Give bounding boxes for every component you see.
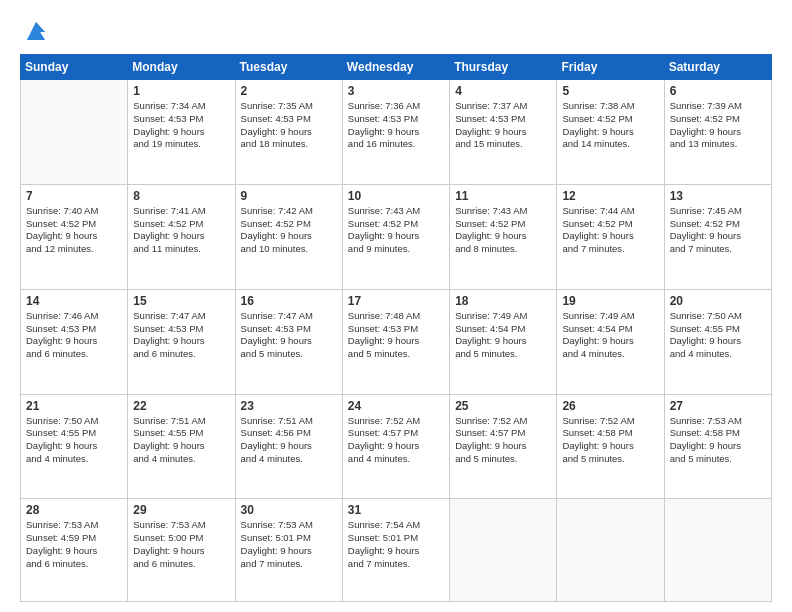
day-number: 6: [670, 84, 766, 98]
day-number: 18: [455, 294, 551, 308]
day-info: Sunrise: 7:51 AMSunset: 4:56 PMDaylight:…: [241, 415, 337, 466]
calendar-cell: 16Sunrise: 7:47 AMSunset: 4:53 PMDayligh…: [235, 289, 342, 394]
day-number: 11: [455, 189, 551, 203]
day-info: Sunrise: 7:36 AMSunset: 4:53 PMDaylight:…: [348, 100, 444, 151]
calendar-cell: 12Sunrise: 7:44 AMSunset: 4:52 PMDayligh…: [557, 184, 664, 289]
weekday-header-thursday: Thursday: [450, 55, 557, 80]
calendar-cell: 17Sunrise: 7:48 AMSunset: 4:53 PMDayligh…: [342, 289, 449, 394]
weekday-header-row: SundayMondayTuesdayWednesdayThursdayFrid…: [21, 55, 772, 80]
day-info: Sunrise: 7:39 AMSunset: 4:52 PMDaylight:…: [670, 100, 766, 151]
calendar-week-row: 7Sunrise: 7:40 AMSunset: 4:52 PMDaylight…: [21, 184, 772, 289]
calendar-cell: 14Sunrise: 7:46 AMSunset: 4:53 PMDayligh…: [21, 289, 128, 394]
day-info: Sunrise: 7:43 AMSunset: 4:52 PMDaylight:…: [348, 205, 444, 256]
day-number: 14: [26, 294, 122, 308]
calendar-cell: 18Sunrise: 7:49 AMSunset: 4:54 PMDayligh…: [450, 289, 557, 394]
day-number: 19: [562, 294, 658, 308]
calendar-cell: 26Sunrise: 7:52 AMSunset: 4:58 PMDayligh…: [557, 394, 664, 499]
day-info: Sunrise: 7:53 AMSunset: 5:00 PMDaylight:…: [133, 519, 229, 570]
weekday-header-sunday: Sunday: [21, 55, 128, 80]
weekday-header-monday: Monday: [128, 55, 235, 80]
day-number: 27: [670, 399, 766, 413]
day-info: Sunrise: 7:53 AMSunset: 4:58 PMDaylight:…: [670, 415, 766, 466]
calendar-cell: 22Sunrise: 7:51 AMSunset: 4:55 PMDayligh…: [128, 394, 235, 499]
calendar-cell: 4Sunrise: 7:37 AMSunset: 4:53 PMDaylight…: [450, 80, 557, 185]
calendar-cell: 5Sunrise: 7:38 AMSunset: 4:52 PMDaylight…: [557, 80, 664, 185]
calendar-cell: [664, 499, 771, 602]
logo-icon: [23, 18, 49, 44]
day-info: Sunrise: 7:42 AMSunset: 4:52 PMDaylight:…: [241, 205, 337, 256]
calendar-cell: [557, 499, 664, 602]
calendar-cell: [21, 80, 128, 185]
day-number: 10: [348, 189, 444, 203]
day-info: Sunrise: 7:54 AMSunset: 5:01 PMDaylight:…: [348, 519, 444, 570]
calendar-cell: 9Sunrise: 7:42 AMSunset: 4:52 PMDaylight…: [235, 184, 342, 289]
day-info: Sunrise: 7:50 AMSunset: 4:55 PMDaylight:…: [670, 310, 766, 361]
calendar-cell: 13Sunrise: 7:45 AMSunset: 4:52 PMDayligh…: [664, 184, 771, 289]
day-number: 7: [26, 189, 122, 203]
weekday-header-friday: Friday: [557, 55, 664, 80]
day-number: 12: [562, 189, 658, 203]
day-info: Sunrise: 7:46 AMSunset: 4:53 PMDaylight:…: [26, 310, 122, 361]
calendar-cell: 1Sunrise: 7:34 AMSunset: 4:53 PMDaylight…: [128, 80, 235, 185]
calendar-cell: 27Sunrise: 7:53 AMSunset: 4:58 PMDayligh…: [664, 394, 771, 499]
day-info: Sunrise: 7:49 AMSunset: 4:54 PMDaylight:…: [455, 310, 551, 361]
day-number: 21: [26, 399, 122, 413]
calendar-cell: 19Sunrise: 7:49 AMSunset: 4:54 PMDayligh…: [557, 289, 664, 394]
day-info: Sunrise: 7:53 AMSunset: 4:59 PMDaylight:…: [26, 519, 122, 570]
day-number: 26: [562, 399, 658, 413]
day-number: 31: [348, 503, 444, 517]
calendar-cell: 10Sunrise: 7:43 AMSunset: 4:52 PMDayligh…: [342, 184, 449, 289]
calendar-cell: 2Sunrise: 7:35 AMSunset: 4:53 PMDaylight…: [235, 80, 342, 185]
day-info: Sunrise: 7:47 AMSunset: 4:53 PMDaylight:…: [241, 310, 337, 361]
calendar-week-row: 14Sunrise: 7:46 AMSunset: 4:53 PMDayligh…: [21, 289, 772, 394]
calendar-cell: [450, 499, 557, 602]
day-info: Sunrise: 7:43 AMSunset: 4:52 PMDaylight:…: [455, 205, 551, 256]
weekday-header-wednesday: Wednesday: [342, 55, 449, 80]
svg-marker-1: [27, 22, 45, 40]
day-number: 17: [348, 294, 444, 308]
day-info: Sunrise: 7:48 AMSunset: 4:53 PMDaylight:…: [348, 310, 444, 361]
header: [20, 18, 772, 44]
calendar-cell: 7Sunrise: 7:40 AMSunset: 4:52 PMDaylight…: [21, 184, 128, 289]
day-number: 3: [348, 84, 444, 98]
day-number: 22: [133, 399, 229, 413]
day-info: Sunrise: 7:50 AMSunset: 4:55 PMDaylight:…: [26, 415, 122, 466]
day-info: Sunrise: 7:41 AMSunset: 4:52 PMDaylight:…: [133, 205, 229, 256]
day-number: 25: [455, 399, 551, 413]
day-info: Sunrise: 7:40 AMSunset: 4:52 PMDaylight:…: [26, 205, 122, 256]
calendar-cell: 3Sunrise: 7:36 AMSunset: 4:53 PMDaylight…: [342, 80, 449, 185]
calendar-table: SundayMondayTuesdayWednesdayThursdayFrid…: [20, 54, 772, 602]
calendar-cell: 30Sunrise: 7:53 AMSunset: 5:01 PMDayligh…: [235, 499, 342, 602]
calendar-cell: 23Sunrise: 7:51 AMSunset: 4:56 PMDayligh…: [235, 394, 342, 499]
calendar-cell: 24Sunrise: 7:52 AMSunset: 4:57 PMDayligh…: [342, 394, 449, 499]
day-info: Sunrise: 7:34 AMSunset: 4:53 PMDaylight:…: [133, 100, 229, 151]
day-number: 28: [26, 503, 122, 517]
day-info: Sunrise: 7:49 AMSunset: 4:54 PMDaylight:…: [562, 310, 658, 361]
weekday-header-tuesday: Tuesday: [235, 55, 342, 80]
calendar-cell: 29Sunrise: 7:53 AMSunset: 5:00 PMDayligh…: [128, 499, 235, 602]
weekday-header-saturday: Saturday: [664, 55, 771, 80]
day-info: Sunrise: 7:35 AMSunset: 4:53 PMDaylight:…: [241, 100, 337, 151]
calendar-cell: 15Sunrise: 7:47 AMSunset: 4:53 PMDayligh…: [128, 289, 235, 394]
calendar-cell: 20Sunrise: 7:50 AMSunset: 4:55 PMDayligh…: [664, 289, 771, 394]
day-info: Sunrise: 7:47 AMSunset: 4:53 PMDaylight:…: [133, 310, 229, 361]
day-info: Sunrise: 7:45 AMSunset: 4:52 PMDaylight:…: [670, 205, 766, 256]
calendar-cell: 21Sunrise: 7:50 AMSunset: 4:55 PMDayligh…: [21, 394, 128, 499]
calendar-cell: 6Sunrise: 7:39 AMSunset: 4:52 PMDaylight…: [664, 80, 771, 185]
day-info: Sunrise: 7:52 AMSunset: 4:57 PMDaylight:…: [455, 415, 551, 466]
calendar-week-row: 21Sunrise: 7:50 AMSunset: 4:55 PMDayligh…: [21, 394, 772, 499]
calendar-cell: 28Sunrise: 7:53 AMSunset: 4:59 PMDayligh…: [21, 499, 128, 602]
day-number: 13: [670, 189, 766, 203]
day-number: 23: [241, 399, 337, 413]
day-number: 4: [455, 84, 551, 98]
day-number: 1: [133, 84, 229, 98]
calendar-cell: 31Sunrise: 7:54 AMSunset: 5:01 PMDayligh…: [342, 499, 449, 602]
page: SundayMondayTuesdayWednesdayThursdayFrid…: [0, 0, 792, 612]
calendar-cell: 8Sunrise: 7:41 AMSunset: 4:52 PMDaylight…: [128, 184, 235, 289]
logo: [20, 18, 49, 44]
day-number: 24: [348, 399, 444, 413]
day-number: 9: [241, 189, 337, 203]
day-info: Sunrise: 7:52 AMSunset: 4:57 PMDaylight:…: [348, 415, 444, 466]
day-info: Sunrise: 7:53 AMSunset: 5:01 PMDaylight:…: [241, 519, 337, 570]
day-number: 15: [133, 294, 229, 308]
